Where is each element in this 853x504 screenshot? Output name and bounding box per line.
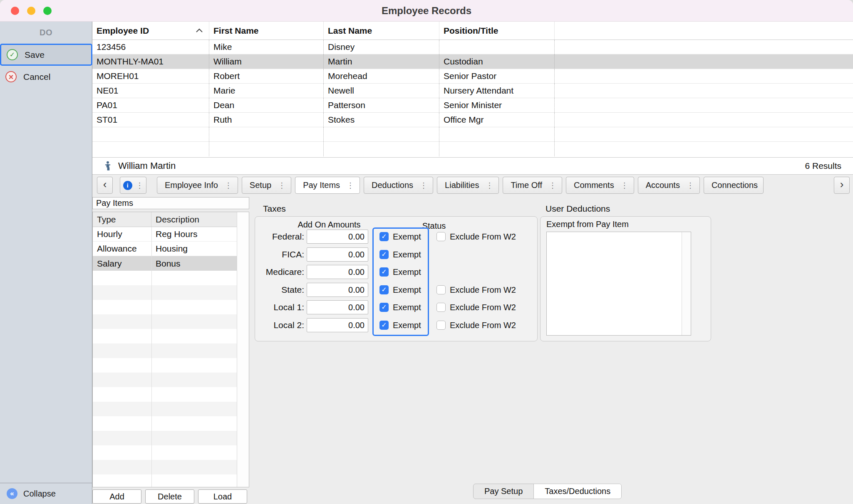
table-row[interactable]: MOREH01 Robert Morehead Senior Pastor — [92, 69, 853, 84]
tab-menu-icon[interactable]: ⋮ — [347, 182, 354, 189]
cell-position — [439, 40, 555, 54]
exempt-label: Exempt — [393, 303, 421, 312]
column-header-first-name[interactable]: First Name — [209, 22, 324, 40]
tab-deductions[interactable]: Deductions⋮ — [364, 177, 433, 194]
load-button[interactable]: Load — [198, 489, 247, 504]
tab-connections[interactable]: Connections — [704, 177, 764, 194]
exempt-checkbox-checked[interactable]: ✓ — [379, 285, 389, 294]
subtab-pay-setup[interactable]: Pay Setup — [474, 484, 533, 499]
empty-rows-stripes — [93, 271, 237, 487]
column-header-position[interactable]: Position/Title — [439, 22, 555, 40]
sidebar-header: DO — [0, 28, 92, 37]
close-button[interactable] — [11, 7, 19, 15]
table-row[interactable]: 123456 Mike Disney — [92, 40, 853, 54]
tab-menu-icon[interactable]: ⋮ — [278, 182, 285, 189]
tab-scroll-left-button[interactable]: ‹ — [97, 177, 113, 194]
local-1-amount-input[interactable] — [307, 300, 368, 314]
collapse-button[interactable]: « Collapse — [0, 483, 92, 504]
exclude-w2-checkbox[interactable] — [436, 232, 446, 241]
tax-row-local-1: Local 1: ✓ Exempt Exclude From W2 — [261, 300, 537, 314]
cell-last-name: Patterson — [324, 98, 439, 112]
cell-employee-id: MONTHLY-MA01 — [92, 54, 209, 69]
cell-first-name: Marie — [209, 84, 324, 98]
add-button[interactable]: Add — [92, 489, 141, 504]
state-amount-input[interactable] — [307, 283, 368, 297]
tab-comments[interactable]: Comments⋮ — [566, 177, 634, 194]
tab-time-off[interactable]: Time Off⋮ — [503, 177, 562, 194]
tab-menu-icon[interactable]: ⋮ — [420, 182, 427, 189]
tab-pay-items[interactable]: Pay Items⋮ — [295, 177, 360, 194]
cancel-button[interactable]: × Cancel — [0, 66, 92, 88]
column-header-employee-id[interactable]: Employee ID — [92, 22, 209, 40]
tax-row-fica: FICA: ✓ Exempt — [261, 247, 537, 262]
exempt-label: Exempt — [393, 321, 421, 330]
cell-employee-id: PA01 — [92, 98, 209, 112]
column-header-description[interactable]: Description — [151, 212, 237, 227]
collapse-button-label: Collapse — [23, 489, 56, 499]
table-row[interactable]: NE01 Marie Newell Nursery Attendant — [92, 84, 853, 98]
table-row-empty — [92, 142, 853, 156]
cell-first-name: Mike — [209, 40, 324, 54]
cell-position: Custodian — [439, 54, 555, 69]
info-tab[interactable]: i ⋮ — [120, 177, 146, 194]
cell-type: Salary — [93, 256, 151, 271]
medicare-amount-input[interactable] — [307, 265, 368, 279]
cell-position: Nursery Attendant — [439, 84, 555, 98]
tax-label: Local 1: — [261, 302, 304, 312]
subtab-taxes-deductions[interactable]: Taxes/Deductions — [533, 484, 621, 499]
tax-row-federal: Federal: ✓ Exempt Exclude From W2 — [261, 230, 537, 244]
user-deductions-scrollbar-track[interactable] — [682, 232, 691, 335]
cell-last-name: Stokes — [324, 113, 439, 127]
pay-item-row-selected[interactable]: Salary Bonus — [93, 256, 237, 271]
tab-accounts[interactable]: Accounts⋮ — [638, 177, 700, 194]
exempt-checkbox-checked[interactable]: ✓ — [379, 267, 389, 277]
cell-type: Allowance — [93, 242, 151, 256]
minimize-button[interactable] — [27, 7, 35, 15]
tab-menu-icon[interactable]: ⋮ — [486, 182, 493, 189]
zoom-button[interactable] — [43, 7, 52, 15]
exempt-checkbox-checked[interactable]: ✓ — [379, 303, 389, 312]
exempt-label: Exempt — [393, 267, 421, 277]
column-header-last-name[interactable]: Last Name — [324, 22, 439, 40]
cell-description: Housing — [151, 242, 237, 256]
exempt-checkbox-checked[interactable]: ✓ — [379, 232, 389, 241]
tax-label: State: — [261, 285, 304, 295]
cell-employee-id: MOREH01 — [92, 69, 209, 83]
cell-last-name: Newell — [324, 84, 439, 98]
table-row-selected[interactable]: MONTHLY-MA01 William Martin Custodian — [92, 54, 853, 69]
exempt-label: Exempt — [393, 285, 421, 295]
exclude-w2-label: Exclude From W2 — [450, 321, 516, 330]
tab-scroll-right-button[interactable]: › — [834, 177, 850, 194]
tab-menu-icon[interactable]: ⋮ — [621, 182, 628, 189]
table-row[interactable]: PA01 Dean Patterson Senior Minister — [92, 98, 853, 113]
tab-menu-icon[interactable]: ⋮ — [549, 182, 556, 189]
exempt-checkbox-checked[interactable]: ✓ — [379, 321, 389, 330]
delete-button[interactable]: Delete — [145, 489, 194, 504]
federal-amount-input[interactable] — [307, 230, 368, 244]
tab-menu-icon[interactable]: ⋮ — [225, 182, 232, 189]
exclude-w2-checkbox[interactable] — [436, 303, 446, 312]
exempt-checkbox-checked[interactable]: ✓ — [379, 250, 389, 259]
tab-menu-icon[interactable]: ⋮ — [687, 182, 694, 189]
save-button[interactable]: ✓ Save — [0, 44, 92, 66]
table-row[interactable]: ST01 Ruth Stokes Office Mgr — [92, 113, 853, 127]
pay-item-row[interactable]: Hourly Reg Hours — [93, 227, 237, 242]
cell-first-name: Ruth — [209, 113, 324, 127]
cell-position: Office Mgr — [439, 113, 555, 127]
local-2-amount-input[interactable] — [307, 318, 368, 332]
tab-setup[interactable]: Setup⋮ — [242, 177, 291, 194]
tax-label: FICA: — [261, 250, 304, 259]
column-header-type[interactable]: Type — [93, 212, 151, 227]
pay-items-scrollbar-track[interactable] — [237, 212, 249, 487]
exclude-w2-label: Exclude From W2 — [450, 285, 516, 295]
pay-item-subtabs: Pay Setup Taxes/Deductions — [473, 484, 622, 499]
user-deductions-list[interactable] — [546, 232, 691, 336]
tab-menu-icon[interactable]: ⋮ — [136, 182, 144, 189]
fica-amount-input[interactable] — [307, 247, 368, 262]
exclude-w2-checkbox[interactable] — [436, 321, 446, 330]
exclude-w2-checkbox[interactable] — [436, 285, 446, 294]
pay-item-row[interactable]: Allowance Housing — [93, 242, 237, 256]
cell-last-name: Martin — [324, 54, 439, 69]
tab-liabilities[interactable]: Liabilities⋮ — [437, 177, 499, 194]
tab-employee-info[interactable]: Employee Info⋮ — [157, 177, 238, 194]
